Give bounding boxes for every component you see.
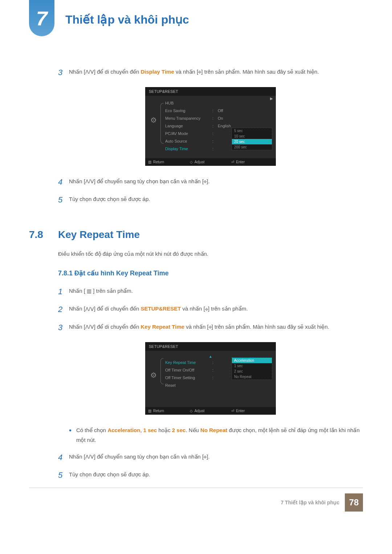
osd-screenshot-1: SETUP&RESET ▶ ⚙ HUB Eco Saving:Off Menu … [145, 87, 276, 166]
osd-screenshot-2: SETUP&RESET ▲ ⚙ Key Repeat Time: Off Tim… [145, 342, 276, 415]
osd-option-selected: Acceleration [232, 358, 272, 363]
step-number: 4 [58, 175, 69, 189]
osd-option: 1 sec [232, 363, 272, 369]
bullet-icon: • [69, 424, 76, 445]
step-text: Nhấn [ ▥ ] trên sản phẩm. [69, 284, 133, 299]
updown-icon: ᐱ/ᐯ [85, 177, 94, 186]
triangle-right-icon: ▶ [270, 97, 273, 100]
osd-footer: ▥Return ◇Adjust ⏎Enter [145, 158, 276, 166]
osd-row: Menu Transparency:On [145, 115, 276, 122]
step-number: 1 [58, 284, 69, 299]
substep-2: 2 Nhấn [ᐱ/ᐯ] để di chuyển đến SETUP&RESE… [58, 302, 363, 317]
chapter-title: Thiết lập và khôi phục [65, 13, 189, 26]
osd-footer: ▥Return ◇Adjust ⏎Enter [145, 407, 276, 415]
adjust-icon: ◇ [190, 160, 193, 164]
osd-option: No Repeat [232, 374, 272, 379]
osd-row: Reset [145, 382, 276, 389]
gear-icon: ⚙ [150, 371, 159, 379]
section-description: Điều khiển tốc độ đáp ứng của một nút kh… [58, 250, 363, 258]
return-icon: ▥ [148, 409, 151, 413]
chapter-number: 7 [36, 7, 47, 30]
step-text: Nhấn [ᐱ/ᐯ] để di chuyển đến Key Repeat T… [69, 320, 329, 335]
step-text: Nhấn [ᐱ/ᐯ] để chuyển sang tùy chọn bạn c… [69, 450, 210, 465]
osd-row: HUB [145, 99, 276, 107]
enter-icon: ⎆ [209, 323, 212, 332]
step-4: 4 Nhấn [ᐱ/ᐯ] để chuyển sang tùy chọn bạn… [58, 175, 363, 189]
step-number: 3 [58, 320, 69, 335]
osd-option: 200 sec [232, 144, 272, 150]
step-number: 4 [58, 450, 69, 465]
osd-title: SETUP&RESET [145, 342, 276, 351]
step-text: Nhấn [ᐱ/ᐯ] để di chuyển đến SETUP&RESET … [69, 302, 248, 317]
osd-option: 5 sec [232, 128, 272, 134]
enter-icon: ⏎ [231, 409, 234, 413]
step-3: 3 Nhấn [ᐱ/ᐯ] để di chuyển đến Display Ti… [58, 65, 363, 80]
updown-icon: ᐱ/ᐯ [85, 67, 94, 77]
substep-4: 4 Nhấn [ᐱ/ᐯ] để chuyển sang tùy chọn bạn… [58, 450, 363, 465]
step-number: 5 [58, 193, 69, 207]
osd-title: SETUP&RESET [145, 87, 276, 96]
subsection-title: 7.8.1 Đặt cấu hình Key Repeat Time [58, 269, 363, 277]
enter-icon: ⏎ [231, 160, 234, 164]
osd-option-selected: 20 sec [232, 139, 272, 144]
return-icon: ▥ [148, 160, 151, 164]
chapter-badge: 7 [29, 0, 54, 36]
footer-chapter-label: 7 Thiết lập và khôi phục [281, 500, 339, 505]
updown-icon: ᐱ/ᐯ [85, 305, 94, 314]
osd-row: Eco Saving:Off [145, 107, 276, 115]
substep-5: 5 Tùy chọn được chọn sẽ được áp. [58, 468, 363, 483]
step-5: 5 Tùy chọn được chọn sẽ được áp. [58, 193, 363, 207]
updown-icon: ᐱ/ᐯ [85, 452, 94, 461]
step-text: Tùy chọn được chọn sẽ được áp. [69, 193, 150, 207]
footer-divider [29, 488, 363, 488]
bracket-decoration [160, 358, 164, 384]
step-text: Tùy chọn được chọn sẽ được áp. [69, 468, 150, 483]
step-number: 5 [58, 468, 69, 483]
substep-1: 1 Nhấn [ ▥ ] trên sản phẩm. [58, 284, 363, 299]
menu-icon: ▥ [87, 287, 91, 296]
page-number: 78 [345, 493, 363, 512]
bullet-note: • Có thể chọn Acceleration, 1 sec hoặc 2… [69, 424, 363, 445]
substep-3: 3 Nhấn [ᐱ/ᐯ] để di chuyển đến Key Repeat… [58, 320, 363, 335]
osd-option: 2 sec [232, 369, 272, 374]
adjust-icon: ◇ [190, 409, 193, 413]
section-title: Key Repeat Time [58, 229, 140, 241]
osd-option: 10 sec [232, 134, 272, 139]
step-number: 2 [58, 302, 69, 317]
osd-dropdown: 5 sec 10 sec 20 sec 200 sec [232, 128, 272, 150]
enter-icon: ⎆ [205, 305, 208, 314]
step-text: Nhấn [ᐱ/ᐯ] để chuyển sang tùy chọn bạn c… [69, 175, 210, 189]
bullet-text: Có thể chọn Acceleration, 1 sec hoặc 2 s… [76, 424, 363, 445]
bracket-decoration [160, 103, 164, 144]
step-number: 3 [58, 65, 69, 80]
gear-icon: ⚙ [150, 116, 159, 124]
updown-icon: ᐱ/ᐯ [85, 323, 94, 332]
osd-dropdown: Acceleration 1 sec 2 sec No Repeat [232, 357, 272, 380]
step-text: Nhấn [ᐱ/ᐯ] để di chuyển đến Display Time… [69, 65, 319, 80]
section-number: 7.8 [29, 229, 58, 241]
